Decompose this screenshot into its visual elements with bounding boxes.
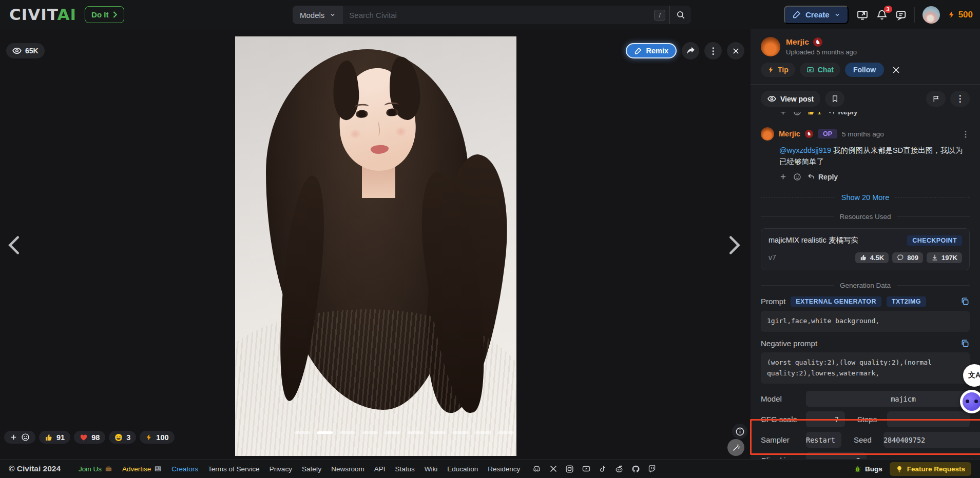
share-button[interactable] xyxy=(682,42,699,59)
github-icon[interactable] xyxy=(631,465,640,473)
search-category-select[interactable]: Models xyxy=(293,6,343,24)
close-icon xyxy=(892,66,900,74)
youtube-icon[interactable] xyxy=(582,465,591,473)
add-reaction-button[interactable] xyxy=(4,431,35,444)
comment-options-button[interactable]: ⋮ xyxy=(962,129,970,139)
mention-link[interactable]: @wyxzddsjj919 xyxy=(779,146,831,154)
carousel-dot[interactable] xyxy=(295,431,311,434)
comment-author-name[interactable]: Merjic xyxy=(779,130,800,138)
sampler-value[interactable]: Restart xyxy=(806,432,841,448)
heart-reaction[interactable]: 98 xyxy=(74,431,105,444)
chat-button[interactable]: Chat xyxy=(800,63,840,77)
footer-link-join-us[interactable]: Join Us xyxy=(79,465,112,473)
do-it-button[interactable]: Do It xyxy=(85,6,124,23)
footer-link-privacy[interactable]: Privacy xyxy=(270,465,292,473)
comment-author-avatar[interactable] xyxy=(761,127,774,141)
resource-downloads-stat[interactable]: 197K xyxy=(927,252,962,263)
search-input[interactable] xyxy=(343,11,654,19)
footer-link-newsroom[interactable]: Newsroom xyxy=(331,465,364,473)
next-image-button[interactable] xyxy=(722,233,745,257)
plus-icon xyxy=(10,433,17,441)
bolt-icon xyxy=(767,66,774,73)
creator-block: Merjic ♞ Uploaded 5 months ago xyxy=(761,37,970,56)
footer-link-terms[interactable]: Terms of Service xyxy=(208,465,260,473)
plus-icon[interactable] xyxy=(779,112,787,116)
negative-prompt-text[interactable]: (worst quality:2),(low quality:2),(norma… xyxy=(761,352,970,384)
prompt-text[interactable]: 1girl,face,white background, xyxy=(761,311,970,332)
close-viewer-button[interactable] xyxy=(727,42,744,59)
carousel-dot[interactable] xyxy=(475,431,491,434)
footer-link-advertise[interactable]: Advertise xyxy=(122,465,162,473)
bugs-button[interactable]: Bugs xyxy=(854,465,882,473)
plus-icon[interactable] xyxy=(779,173,787,181)
footer-link-wiki[interactable]: Wiki xyxy=(425,465,438,473)
screencast-button[interactable] xyxy=(856,9,869,21)
footer-link-residency[interactable]: Residency xyxy=(488,465,520,473)
feature-requests-button[interactable]: Feature Requests xyxy=(890,462,971,476)
carousel-dot[interactable] xyxy=(362,431,378,434)
copy-negative-prompt-button[interactable] xyxy=(960,339,970,348)
auto-enhance-button[interactable] xyxy=(727,439,744,456)
carousel-dot[interactable] xyxy=(430,431,446,434)
creator-name[interactable]: Merjic xyxy=(786,37,809,47)
assistant-overlay-button[interactable] xyxy=(960,390,980,413)
report-flag-button[interactable] xyxy=(926,91,946,107)
smiley-icon[interactable] xyxy=(793,112,801,116)
reply-button[interactable]: Reply xyxy=(828,112,858,116)
creator-avatar[interactable] xyxy=(761,37,780,56)
civitai-logo[interactable]: CIVITAI xyxy=(9,5,76,24)
show-more-comments-link[interactable]: Show 20 More xyxy=(841,193,890,202)
notifications-button[interactable]: 3 xyxy=(876,9,888,21)
more-options-button[interactable]: ⋮ xyxy=(704,42,722,59)
footer-link-creators[interactable]: Creators xyxy=(171,465,198,473)
main-image[interactable] xyxy=(235,36,516,456)
comment: Merjic ♞ OP 5 months ago ⋮ @wyxzddsjj919… xyxy=(761,127,970,181)
image-info-button[interactable] xyxy=(732,424,747,439)
thumbs-up-reaction[interactable]: 91 xyxy=(39,431,70,444)
user-avatar[interactable] xyxy=(923,6,940,24)
remix-button[interactable]: Remix xyxy=(626,43,677,58)
tiktok-icon[interactable] xyxy=(599,465,607,473)
view-post-button[interactable]: View post xyxy=(761,91,820,107)
reddit-icon[interactable] xyxy=(614,465,624,473)
model-value[interactable]: majicm xyxy=(806,391,970,407)
dismiss-creator-button[interactable] xyxy=(892,66,900,74)
footer-link-safety[interactable]: Safety xyxy=(302,465,321,473)
discord-icon[interactable] xyxy=(532,465,542,473)
resource-name[interactable]: majicMIX realistic 麦橘写实 xyxy=(768,235,858,245)
copy-prompt-button[interactable] xyxy=(960,297,970,306)
tip-button[interactable]: Tip xyxy=(761,63,795,77)
post-more-options-button[interactable]: ⋮ xyxy=(950,91,970,107)
bookmark-button[interactable] xyxy=(825,91,844,107)
footer-link-status[interactable]: Status xyxy=(395,465,414,473)
previous-image-button[interactable] xyxy=(3,233,27,257)
smiley-icon[interactable] xyxy=(793,173,801,181)
thumb-reaction-chip[interactable]: 1 xyxy=(808,112,821,116)
instagram-icon[interactable] xyxy=(565,465,574,473)
twitch-icon[interactable] xyxy=(648,465,656,473)
steps-value[interactable] xyxy=(887,411,970,427)
x-twitter-icon[interactable] xyxy=(549,465,558,473)
messages-button[interactable] xyxy=(895,9,907,21)
carousel-dot[interactable] xyxy=(408,431,424,434)
footer-link-education[interactable]: Education xyxy=(447,465,478,473)
footer-link-api[interactable]: API xyxy=(374,465,386,473)
carousel-dot[interactable] xyxy=(498,431,514,434)
lightbulb-icon xyxy=(896,465,903,473)
carousel-dot[interactable] xyxy=(340,431,356,434)
carousel-dot[interactable] xyxy=(317,431,333,434)
carousel-dot[interactable] xyxy=(385,431,401,434)
resource-likes-stat[interactable]: 4.5K xyxy=(855,252,889,263)
buzz-balance[interactable]: 500 xyxy=(948,10,973,20)
resource-card[interactable]: majicMIX realistic 麦橘写实 CHECKPOINT v7 4.… xyxy=(761,228,970,270)
create-button[interactable]: Create xyxy=(784,6,849,24)
follow-button[interactable]: Follow xyxy=(845,63,884,77)
carousel-dot[interactable] xyxy=(453,431,469,434)
bolt-reaction[interactable]: 100 xyxy=(140,431,174,444)
search-button[interactable] xyxy=(669,6,691,24)
laugh-reaction[interactable]: 3 xyxy=(109,431,136,444)
resource-comments-stat[interactable]: 809 xyxy=(892,252,923,263)
seed-value[interactable]: 2840409752 xyxy=(883,432,980,448)
cfg-value[interactable]: 7 xyxy=(806,411,845,427)
reply-button[interactable]: Reply xyxy=(808,173,838,181)
